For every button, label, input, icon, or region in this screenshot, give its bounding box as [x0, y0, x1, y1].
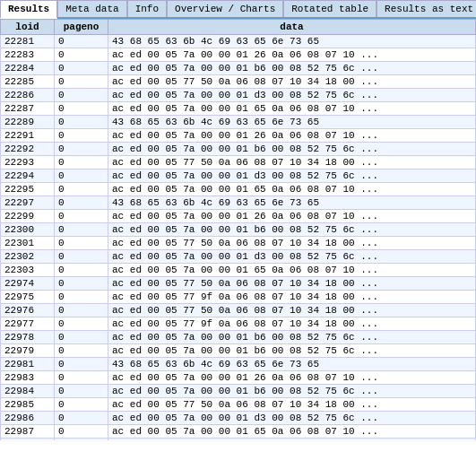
- cell-pageno: 0: [55, 223, 108, 237]
- cell-loid: 22292: [1, 143, 55, 156]
- cell-pageno: 0: [55, 317, 108, 331]
- cell-data: ac ed 00 05 7a 00 00 01 65 0a 06 08 07 1…: [108, 264, 476, 277]
- cell-data: ac ed 00 05 7a 00 00 01 d3 00 08 52 75 6…: [108, 412, 476, 425]
- table-row[interactable]: 22289043 68 65 63 6b 4c 69 63 65 6e 73 6…: [1, 116, 476, 129]
- table-row[interactable]: 222870ac ed 00 05 7a 00 00 01 65 0a 06 0…: [1, 102, 476, 116]
- table-row[interactable]: 223000ac ed 00 05 7a 00 00 01 b6 00 08 5…: [1, 223, 476, 237]
- cell-pageno: 0: [55, 102, 108, 116]
- table-row[interactable]: 222940ac ed 00 05 7a 00 00 01 d3 00 08 5…: [1, 170, 476, 183]
- cell-data: ac ed 00 05 7a 00 00 01 d3 00 08 52 75 6…: [108, 89, 476, 102]
- cell-loid: 22975: [1, 291, 55, 304]
- table-row[interactable]: 222950ac ed 00 05 7a 00 00 01 65 0a 06 0…: [1, 183, 476, 196]
- cell-data: 43 68 65 63 6b 4c 69 63 65 6e 73 65: [108, 35, 476, 48]
- cell-data: ac ed 00 05 77 50 0a 06 08 07 10 34 18 0…: [108, 304, 476, 317]
- cell-data: ac ed 00 05 7a 00 00 01 b6 00 08 52 75 6…: [108, 62, 476, 75]
- cell-loid: 22293: [1, 156, 55, 170]
- table-row[interactable]: 222830ac ed 00 05 7a 00 00 01 26 0a 06 0…: [1, 48, 476, 62]
- cell-data: ac ed 00 05 7a 00 00 01 b6 00 08 52 75 6…: [108, 331, 476, 344]
- table-row[interactable]: 223020ac ed 00 05 7a 00 00 01 d3 00 08 5…: [1, 250, 476, 264]
- cell-loid: 22985: [1, 398, 55, 412]
- cell-pageno: 0: [55, 291, 108, 304]
- table-row[interactable]: 229770ac ed 00 05 77 9f 0a 06 08 07 10 3…: [1, 317, 476, 331]
- cell-pageno: 0: [55, 210, 108, 223]
- cell-loid: 22295: [1, 183, 55, 196]
- cell-data: ac ed 00 05 77 9f 0a 06 08 07 10 34 18 0…: [108, 291, 476, 304]
- cell-data: ac ed 00 05 7a 00 00 01 65 0a 06 08 07 1…: [108, 183, 476, 196]
- table-row[interactable]: 236560ac ed 00 05 77 50 0a 06 08 07 10 3…: [1, 439, 476, 441]
- cell-data: ac ed 00 05 7a 00 00 01 b6 00 08 52 75 6…: [108, 143, 476, 156]
- cell-data: ac ed 00 05 77 50 0a 06 08 07 10 34 18 0…: [108, 237, 476, 250]
- table-row[interactable]: 229860ac ed 00 05 7a 00 00 01 d3 00 08 5…: [1, 412, 476, 425]
- cell-pageno: 0: [55, 264, 108, 277]
- cell-pageno: 0: [55, 116, 108, 129]
- cell-pageno: 0: [55, 129, 108, 143]
- tab-info[interactable]: Info: [127, 0, 167, 17]
- cell-pageno: 0: [55, 183, 108, 196]
- cell-pageno: 0: [55, 344, 108, 358]
- tab-rotated-table[interactable]: Rotated table: [283, 0, 376, 17]
- col-header-loid: loid: [1, 20, 55, 35]
- table-row[interactable]: 229740ac ed 00 05 77 50 0a 06 08 07 10 3…: [1, 277, 476, 291]
- cell-pageno: 0: [55, 143, 108, 156]
- table-row[interactable]: 223030ac ed 00 05 7a 00 00 01 65 0a 06 0…: [1, 264, 476, 277]
- table-row[interactable]: 229840ac ed 00 05 7a 00 00 01 b6 00 08 5…: [1, 385, 476, 398]
- cell-data: 43 68 65 63 6b 4c 69 63 65 6e 73 65: [108, 116, 476, 129]
- table-row[interactable]: 22297043 68 65 63 6b 4c 69 63 65 6e 73 6…: [1, 196, 476, 210]
- table-row[interactable]: 229780ac ed 00 05 7a 00 00 01 b6 00 08 5…: [1, 331, 476, 344]
- cell-pageno: 0: [55, 48, 108, 62]
- cell-loid: 22301: [1, 237, 55, 250]
- cell-loid: 22294: [1, 170, 55, 183]
- table-row[interactable]: 222910ac ed 00 05 7a 00 00 01 26 0a 06 0…: [1, 129, 476, 143]
- cell-loid: 23656: [1, 439, 55, 441]
- table-row[interactable]: 22281043 68 65 63 6b 4c 69 63 65 6e 73 6…: [1, 35, 476, 48]
- cell-data: ac ed 00 05 77 9f 0a 06 08 07 10 34 18 0…: [108, 317, 476, 331]
- cell-data: ac ed 00 05 7a 00 00 01 26 0a 06 08 07 1…: [108, 210, 476, 223]
- table-row[interactable]: 22981043 68 65 63 6b 4c 69 63 65 6e 73 6…: [1, 358, 476, 371]
- tab-bar: ResultsMeta dataInfoOverview / ChartsRot…: [0, 0, 476, 19]
- cell-data: ac ed 00 05 7a 00 00 01 d3 00 08 52 75 6…: [108, 170, 476, 183]
- cell-pageno: 0: [55, 89, 108, 102]
- cell-data: ac ed 00 05 77 50 0a 06 08 07 10 34 18 0…: [108, 75, 476, 89]
- cell-data: ac ed 00 05 7a 00 00 01 b6 00 08 52 75 6…: [108, 344, 476, 358]
- table-row[interactable]: 222860ac ed 00 05 7a 00 00 01 d3 00 08 5…: [1, 89, 476, 102]
- cell-pageno: 0: [55, 358, 108, 371]
- tab-results-as-text[interactable]: Results as text: [376, 0, 476, 17]
- cell-pageno: 0: [55, 277, 108, 291]
- table-row[interactable]: 223010ac ed 00 05 77 50 0a 06 08 07 10 3…: [1, 237, 476, 250]
- cell-data: ac ed 00 05 7a 00 00 01 26 0a 06 08 07 1…: [108, 371, 476, 385]
- table-container[interactable]: loid pageno data 22281043 68 65 63 6b 4c…: [0, 19, 476, 440]
- cell-loid: 22283: [1, 48, 55, 62]
- cell-loid: 22987: [1, 425, 55, 439]
- cell-loid: 22981: [1, 358, 55, 371]
- table-row[interactable]: 222850ac ed 00 05 77 50 0a 06 08 07 10 3…: [1, 75, 476, 89]
- cell-pageno: 0: [55, 331, 108, 344]
- cell-data: ac ed 00 05 7a 00 00 01 b6 00 08 52 75 6…: [108, 223, 476, 237]
- cell-loid: 22297: [1, 196, 55, 210]
- table-row[interactable]: 229790ac ed 00 05 7a 00 00 01 b6 00 08 5…: [1, 344, 476, 358]
- table-row[interactable]: 229830ac ed 00 05 7a 00 00 01 26 0a 06 0…: [1, 371, 476, 385]
- table-row[interactable]: 222990ac ed 00 05 7a 00 00 01 26 0a 06 0…: [1, 210, 476, 223]
- table-row[interactable]: 229760ac ed 00 05 77 50 0a 06 08 07 10 3…: [1, 304, 476, 317]
- table-row[interactable]: 229750ac ed 00 05 77 9f 0a 06 08 07 10 3…: [1, 291, 476, 304]
- cell-data: ac ed 00 05 7a 00 00 01 65 0a 06 08 07 1…: [108, 425, 476, 439]
- cell-data: 43 68 65 63 6b 4c 69 63 65 6e 73 65: [108, 358, 476, 371]
- cell-loid: 22983: [1, 371, 55, 385]
- cell-pageno: 0: [55, 385, 108, 398]
- cell-pageno: 0: [55, 156, 108, 170]
- tab-overview-charts[interactable]: Overview / Charts: [167, 0, 283, 17]
- tab-results[interactable]: Results: [0, 0, 57, 19]
- tab-metadata[interactable]: Meta data: [57, 0, 126, 17]
- table-row[interactable]: 229850ac ed 00 05 77 50 0a 06 08 07 10 3…: [1, 398, 476, 412]
- cell-data: 43 68 65 63 6b 4c 69 63 65 6e 73 65: [108, 196, 476, 210]
- cell-pageno: 0: [55, 439, 108, 441]
- cell-data: ac ed 00 05 7a 00 00 01 26 0a 06 08 07 1…: [108, 129, 476, 143]
- cell-loid: 22979: [1, 344, 55, 358]
- table-row[interactable]: 222840ac ed 00 05 7a 00 00 01 b6 00 08 5…: [1, 62, 476, 75]
- table-row[interactable]: 229870ac ed 00 05 7a 00 00 01 65 0a 06 0…: [1, 425, 476, 439]
- cell-loid: 22289: [1, 116, 55, 129]
- cell-pageno: 0: [55, 170, 108, 183]
- table-row[interactable]: 222930ac ed 00 05 77 50 0a 06 08 07 10 3…: [1, 156, 476, 170]
- cell-loid: 22281: [1, 35, 55, 48]
- table-row[interactable]: 222920ac ed 00 05 7a 00 00 01 b6 00 08 5…: [1, 143, 476, 156]
- cell-data: ac ed 00 05 7a 00 00 01 65 0a 06 08 07 1…: [108, 102, 476, 116]
